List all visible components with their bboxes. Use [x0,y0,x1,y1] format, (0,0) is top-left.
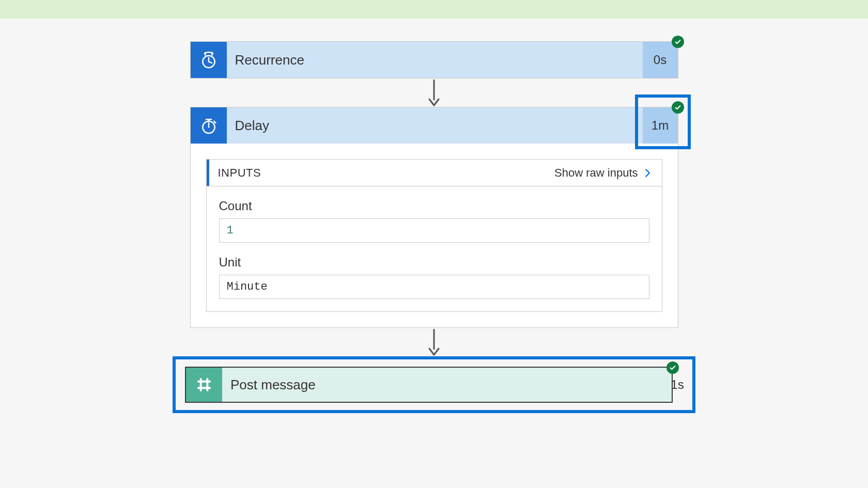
field-label-unit: Unit [219,255,649,270]
delay-icon [191,107,227,144]
show-raw-inputs-link[interactable]: Show raw inputs [554,166,652,180]
svg-line-2 [209,61,212,63]
slack-icon [186,368,222,402]
field-value-unit: Minute [219,275,649,299]
step-duration: 1m [643,107,678,144]
recurrence-icon [191,42,227,78]
inputs-label: INPUTS [207,166,261,180]
highlight-post-message: Post message 1s [173,356,695,413]
flow-arrow-icon [426,328,442,356]
step-duration: 0s [643,42,678,78]
field-value-count: 1 [219,218,649,243]
step-recurrence[interactable]: Recurrence 0s [190,41,678,78]
show-raw-inputs-label: Show raw inputs [554,166,638,180]
flow-canvas: Recurrence 0s [0,19,868,413]
flow-arrow-icon [426,78,442,107]
notification-bar [0,0,868,19]
step-title: Recurrence [227,42,643,78]
step-post-message[interactable]: Post message [185,367,673,403]
step-title: Delay [227,107,643,144]
svg-line-8 [214,121,215,123]
field-label-count: Count [219,199,649,213]
chevron-right-icon [643,168,653,178]
success-badge-icon [672,101,684,114]
success-badge-icon [672,36,684,48]
step-delay[interactable]: Delay 1m INPUTS Show raw inputs [190,107,678,328]
step-duration: 1s [661,367,693,403]
step-title: Post message [222,368,672,402]
inputs-panel: INPUTS Show raw inputs Count 1 Un [206,159,662,312]
